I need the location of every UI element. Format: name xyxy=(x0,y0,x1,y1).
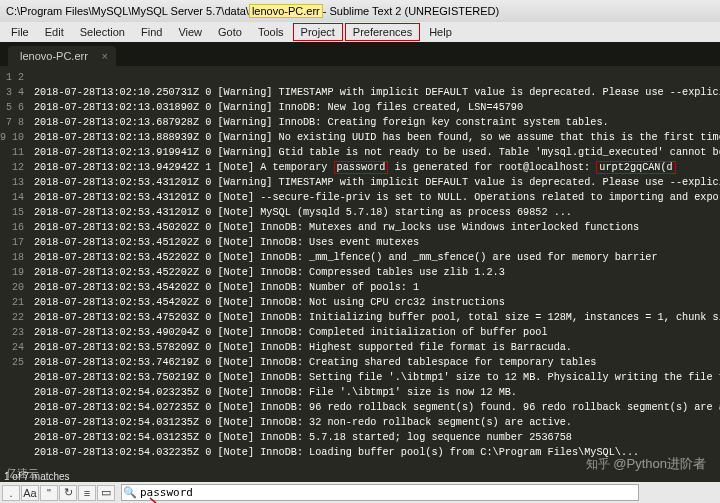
log-line: 2018-07-28T13:02:53.431201Z 0 [Note] MyS… xyxy=(34,207,572,218)
word-toggle[interactable]: " xyxy=(40,485,58,501)
wrap-toggle[interactable]: ↻ xyxy=(59,485,77,501)
title-path: C:\Program Files\MySQL\MySQL Server 5.7\… xyxy=(6,5,249,17)
log-line: 2018-07-28T13:02:54.032235Z 0 [Note] Inn… xyxy=(34,447,639,458)
watermark: 知乎 @Python进阶者 xyxy=(586,455,706,473)
log-line: 2018-07-28T13:02:53.431201Z 0 [Warning] … xyxy=(34,177,720,188)
title-suffix: - Sublime Text 2 (UNREGISTERED) xyxy=(323,5,499,17)
window-titlebar: C:\Program Files\MySQL\MySQL Server 5.7\… xyxy=(0,0,720,22)
log-line: 2018-07-28T13:02:53.750219Z 0 [Note] Inn… xyxy=(34,372,720,383)
log-line: 2018-07-28T13:02:13.888939Z 0 [Warning] … xyxy=(34,132,720,143)
code-area[interactable]: 2018-07-28T13:02:10.250731Z 0 [Warning] … xyxy=(30,66,720,482)
log-line: 2018-07-28T13:02:54.027235Z 0 [Note] Inn… xyxy=(34,402,720,413)
menu-selection[interactable]: Selection xyxy=(73,24,132,40)
log-line: 2018-07-28T13:02:10.250731Z 0 [Warning] … xyxy=(34,87,720,98)
log-line: 2018-07-28T13:02:53.746219Z 0 [Note] Inn… xyxy=(34,357,596,368)
log-line: is generated for root@localhost: xyxy=(388,162,596,173)
log-line: 2018-07-28T13:02:13.031890Z 0 [Warning] … xyxy=(34,102,523,113)
log-line: 2018-07-28T13:02:53.578209Z 0 [Note] Inn… xyxy=(34,342,572,353)
search-icon: 🔍 xyxy=(122,486,138,499)
menubar: File Edit Selection Find View Goto Tools… xyxy=(0,22,720,42)
menu-file[interactable]: File xyxy=(4,24,36,40)
in-selection-toggle[interactable]: ≡ xyxy=(78,485,96,501)
close-icon[interactable]: × xyxy=(101,50,107,62)
case-toggle[interactable]: Aa xyxy=(21,485,39,501)
line-gutter: 1 2 3 4 5 6 7 8 9 10 11 12 13 14 15 16 1… xyxy=(0,66,30,482)
log-line: 2018-07-28T13:02:54.031235Z 0 [Note] Inn… xyxy=(34,432,572,443)
log-line: 2018-07-28T13:02:53.451202Z 0 [Note] Inn… xyxy=(34,237,419,248)
menu-view[interactable]: View xyxy=(171,24,209,40)
log-line: 2018-07-28T13:02:53.452202Z 0 [Note] Inn… xyxy=(34,267,505,278)
tab-bar: lenovo-PC.err × xyxy=(0,42,720,66)
menu-preferences[interactable]: Preferences xyxy=(345,23,420,41)
log-line: 2018-07-28T13:02:53.450202Z 0 [Note] Inn… xyxy=(34,222,639,233)
title-filename: lenovo-PC.err xyxy=(249,4,323,18)
regex-toggle[interactable]: . xyxy=(2,485,20,501)
tab-active[interactable]: lenovo-PC.err × xyxy=(8,46,116,66)
menu-find[interactable]: Find xyxy=(134,24,169,40)
brand-watermark: 亿速云 xyxy=(6,466,39,481)
log-line: 2018-07-28T13:02:54.023235Z 0 [Note] Inn… xyxy=(34,387,517,398)
menu-edit[interactable]: Edit xyxy=(38,24,71,40)
find-input[interactable] xyxy=(138,485,638,500)
log-line: 2018-07-28T13:02:53.431201Z 0 [Note] --s… xyxy=(34,192,720,203)
log-line: 2018-07-28T13:02:53.490204Z 0 [Note] Inn… xyxy=(34,327,548,338)
log-line: 2018-07-28T13:02:54.031235Z 0 [Note] Inn… xyxy=(34,417,572,428)
log-line: 2018-07-28T13:02:13.919941Z 0 [Warning] … xyxy=(34,147,720,158)
editor: 1 2 3 4 5 6 7 8 9 10 11 12 13 14 15 16 1… xyxy=(0,66,720,482)
menu-goto[interactable]: Goto xyxy=(211,24,249,40)
menu-tools[interactable]: Tools xyxy=(251,24,291,40)
menu-help[interactable]: Help xyxy=(422,24,459,40)
log-line: 2018-07-28T13:02:53.475203Z 0 [Note] Inn… xyxy=(34,312,720,323)
highlight-password: password xyxy=(334,161,389,174)
log-line: 2018-07-28T13:02:53.454202Z 0 [Note] Inn… xyxy=(34,282,419,293)
highlight-toggle[interactable]: ▭ xyxy=(97,485,115,501)
log-line: 2018-07-28T13:02:53.452202Z 0 [Note] Inn… xyxy=(34,252,658,263)
log-line: 2018-07-28T13:02:53.454202Z 0 [Note] Inn… xyxy=(34,297,505,308)
log-line: 2018-07-28T13:02:13.687928Z 0 [Warning] … xyxy=(34,117,609,128)
statusbar: . Aa " ↻ ≡ ▭ 🔍 xyxy=(0,482,720,503)
log-line: 2018-07-28T13:02:13.942942Z 1 [Note] A t… xyxy=(34,162,334,173)
find-input-wrapper: 🔍 xyxy=(121,484,639,501)
menu-project[interactable]: Project xyxy=(293,23,343,41)
highlight-generated-password: urpt2gqCAN(d xyxy=(596,161,675,174)
tab-label: lenovo-PC.err xyxy=(20,50,88,62)
